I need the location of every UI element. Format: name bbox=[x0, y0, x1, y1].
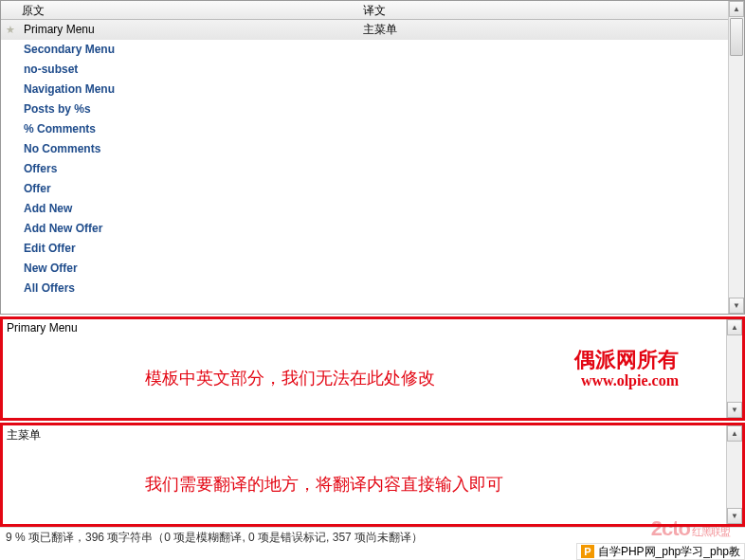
target-cell[interactable]: 主菜单 bbox=[361, 20, 728, 40]
grid-scrollbar[interactable]: ▲ ▼ bbox=[728, 1, 744, 314]
col-source-header[interactable]: 原文 bbox=[20, 1, 361, 19]
target-cell[interactable] bbox=[361, 239, 728, 259]
target-cell[interactable] bbox=[361, 139, 728, 159]
star-icon[interactable] bbox=[1, 60, 20, 80]
star-icon[interactable]: ★ bbox=[1, 20, 20, 40]
star-icon[interactable] bbox=[1, 219, 20, 239]
table-row[interactable]: New Offer bbox=[1, 259, 728, 279]
star-icon[interactable] bbox=[1, 199, 20, 219]
table-row[interactable]: Offers bbox=[1, 159, 728, 179]
table-row[interactable]: % Comments bbox=[1, 119, 728, 139]
target-cell[interactable] bbox=[361, 219, 728, 239]
brand-url: www.olpie.com bbox=[581, 372, 679, 389]
target-cell[interactable] bbox=[361, 40, 728, 60]
star-icon[interactable] bbox=[1, 159, 20, 179]
table-row[interactable]: Offer bbox=[1, 179, 728, 199]
ad-text[interactable]: 自学PHP网_php学习_php教 bbox=[598, 544, 740, 560]
target-cell[interactable] bbox=[361, 179, 728, 199]
source-cell[interactable]: No Comments bbox=[20, 139, 361, 159]
star-icon[interactable] bbox=[1, 40, 20, 60]
col-target-header[interactable]: 译文 bbox=[361, 1, 728, 19]
scroll-up-icon[interactable]: ▲ bbox=[727, 319, 742, 335]
target-cell[interactable] bbox=[361, 259, 728, 279]
star-icon[interactable] bbox=[1, 179, 20, 199]
table-row[interactable]: Posts by %s bbox=[1, 99, 728, 119]
table-row[interactable]: no-subset bbox=[1, 60, 728, 80]
source-cell[interactable]: Add New bbox=[20, 199, 361, 219]
table-row[interactable]: Secondary Menu bbox=[1, 40, 728, 60]
target-cell[interactable] bbox=[361, 199, 728, 219]
watermark-logo: 2cto bbox=[651, 516, 690, 541]
star-icon[interactable] bbox=[1, 279, 20, 298]
target-cell[interactable] bbox=[361, 119, 728, 139]
scroll-thumb[interactable] bbox=[730, 18, 743, 56]
source-pane-scrollbar[interactable]: ▲ ▼ bbox=[726, 319, 742, 418]
target-cell[interactable] bbox=[361, 279, 728, 298]
table-row[interactable]: Add New bbox=[1, 199, 728, 219]
target-pane-label[interactable]: 主菜单 bbox=[3, 425, 726, 445]
source-cell[interactable]: Offer bbox=[20, 179, 361, 199]
grid-header: 原文 译文 bbox=[1, 1, 728, 20]
scroll-up-icon[interactable]: ▲ bbox=[729, 1, 744, 17]
star-icon[interactable] bbox=[1, 99, 20, 119]
source-cell[interactable]: no-subset bbox=[20, 60, 361, 80]
target-pane-scrollbar[interactable]: ▲ ▼ bbox=[726, 425, 742, 524]
table-row[interactable]: All Offers bbox=[1, 279, 728, 298]
translation-grid: 原文 译文 ★Primary Menu主菜单Secondary Menuno-s… bbox=[0, 0, 745, 315]
source-pane-label: Primary Menu bbox=[3, 319, 726, 336]
annotation-source: 模板中英文部分，我们无法在此处修改 bbox=[145, 367, 435, 389]
grid-body[interactable]: ★Primary Menu主菜单Secondary Menuno-subsetN… bbox=[1, 20, 728, 298]
source-cell[interactable]: Edit Offer bbox=[20, 239, 361, 259]
scroll-down-icon[interactable]: ▼ bbox=[729, 298, 744, 314]
source-pane: Primary Menu 模板中英文部分，我们无法在此处修改 偶派网所有 www… bbox=[0, 316, 745, 421]
target-cell[interactable] bbox=[361, 80, 728, 99]
star-icon[interactable] bbox=[1, 139, 20, 159]
table-row[interactable]: Edit Offer bbox=[1, 239, 728, 259]
star-icon[interactable] bbox=[1, 119, 20, 139]
table-row[interactable]: No Comments bbox=[1, 139, 728, 159]
annotation-target: 我们需要翻译的地方，将翻译内容直接输入即可 bbox=[145, 473, 503, 496]
target-cell[interactable] bbox=[361, 159, 728, 179]
source-cell[interactable]: Posts by %s bbox=[20, 99, 361, 119]
source-cell[interactable]: Offers bbox=[20, 159, 361, 179]
target-cell[interactable] bbox=[361, 99, 728, 119]
table-row[interactable]: Navigation Menu bbox=[1, 80, 728, 99]
target-pane[interactable]: 主菜单 我们需要翻译的地方，将翻译内容直接输入即可 ▲ ▼ bbox=[0, 423, 745, 527]
table-row[interactable]: Add New Offer bbox=[1, 219, 728, 239]
star-icon[interactable] bbox=[1, 259, 20, 279]
source-cell[interactable]: All Offers bbox=[20, 279, 361, 298]
ad-icon: P bbox=[581, 545, 594, 558]
source-cell[interactable]: % Comments bbox=[20, 119, 361, 139]
source-cell[interactable]: New Offer bbox=[20, 259, 361, 279]
source-cell[interactable]: Add New Offer bbox=[20, 219, 361, 239]
star-icon[interactable] bbox=[1, 239, 20, 259]
ad-bar[interactable]: P 自学PHP网_php学习_php教 bbox=[576, 543, 745, 560]
star-icon[interactable] bbox=[1, 80, 20, 99]
target-cell[interactable] bbox=[361, 60, 728, 80]
source-cell[interactable]: Navigation Menu bbox=[20, 80, 361, 99]
watermark-cn: 红黑联盟 bbox=[692, 525, 730, 539]
table-row[interactable]: ★Primary Menu主菜单 bbox=[1, 20, 728, 40]
watermark-2cto: 2cto 红黑联盟 bbox=[651, 516, 730, 541]
brand-name: 偶派网所有 bbox=[574, 346, 679, 374]
source-cell[interactable]: Primary Menu bbox=[20, 20, 361, 40]
scroll-up-icon[interactable]: ▲ bbox=[727, 425, 742, 442]
scroll-down-icon[interactable]: ▼ bbox=[727, 402, 742, 418]
source-cell[interactable]: Secondary Menu bbox=[20, 40, 361, 60]
